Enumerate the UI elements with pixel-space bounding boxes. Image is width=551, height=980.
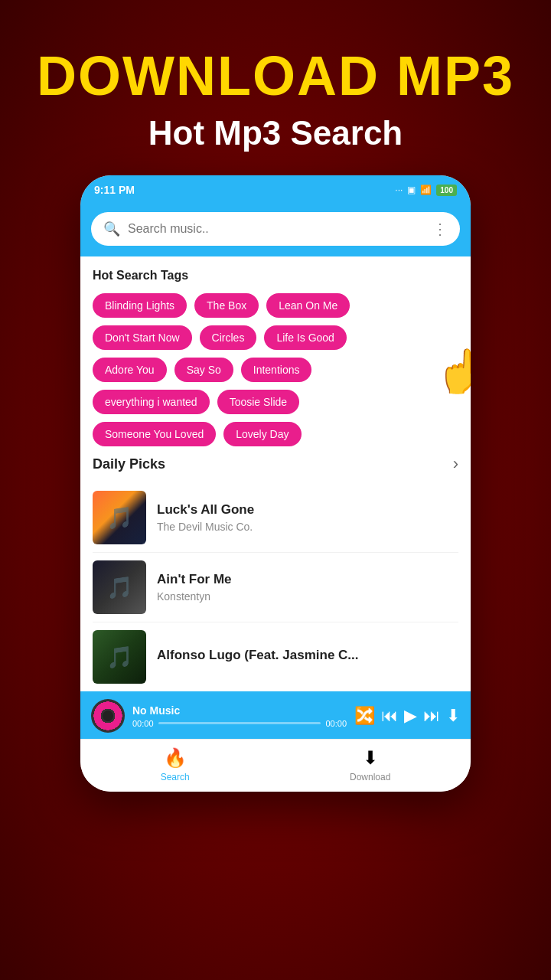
tag-row-4: everything i wanted Toosie Slide xyxy=(93,390,458,414)
song-item-2[interactable]: 🎵 Ain't For Me Konstentyn xyxy=(93,553,458,622)
search-area: 🔍 ⋮ xyxy=(80,204,471,256)
song-info-2: Ain't For Me Konstentyn xyxy=(157,572,458,603)
song-artist-1: The Devil Music Co. xyxy=(157,521,458,533)
song-item-1[interactable]: 🎵 Luck's All Gone The Devil Music Co. xyxy=(93,483,458,553)
player-time-bar: 00:00 00:00 xyxy=(132,719,347,728)
see-more-arrow-icon[interactable]: › xyxy=(453,454,458,474)
status-icons: ··· ▣ 📶 100 xyxy=(395,185,457,196)
player-time-end: 00:00 xyxy=(325,719,347,728)
shuffle-icon[interactable]: 🔀 xyxy=(354,706,375,726)
nav-download-label: Download xyxy=(350,772,390,782)
tag-dont-start-now[interactable]: Don't Start Now xyxy=(93,325,192,350)
song-title-3: Alfonso Lugo (Feat. Jasmine C... xyxy=(157,648,458,663)
player-controls: 🔀 ⏮ ▶ ⏭ ⬇ xyxy=(354,706,460,726)
prev-icon[interactable]: ⏮ xyxy=(381,706,398,726)
song-thumb-1: 🎵 xyxy=(93,491,146,544)
cursor-hand-icon: 👆 xyxy=(435,346,471,397)
search-bar-container[interactable]: 🔍 ⋮ xyxy=(91,212,460,246)
tag-toosie-slide[interactable]: Toosie Slide xyxy=(217,390,300,414)
status-bar: 9:11 PM ··· ▣ 📶 100 xyxy=(80,175,471,204)
wifi-icon: 📶 xyxy=(420,185,432,195)
player-info: No Music 00:00 00:00 xyxy=(132,704,347,728)
tag-row-3: Adore You Say So Intentions 👆 xyxy=(93,358,458,382)
tag-row-1: Blinding Lights The Box Lean On Me xyxy=(93,293,458,318)
bottom-nav: 🔥 Search ⬇ Download xyxy=(80,739,471,792)
player-song-name: No Music xyxy=(132,704,347,717)
dots-icon: ··· xyxy=(395,185,403,195)
play-icon[interactable]: ▶ xyxy=(404,706,417,726)
player-time-start: 00:00 xyxy=(132,719,154,728)
next-icon[interactable]: ⏭ xyxy=(423,706,440,726)
app-content: Hot Search Tags Blinding Lights The Box … xyxy=(80,256,471,691)
song-title-2: Ain't For Me xyxy=(157,572,458,587)
song-info-3: Alfonso Lugo (Feat. Jasmine C... xyxy=(157,648,458,666)
tag-everything-i-wanted[interactable]: everything i wanted xyxy=(93,390,210,414)
status-time: 9:11 PM xyxy=(94,184,135,196)
player-disc-icon xyxy=(91,699,125,733)
nav-search-icon: 🔥 xyxy=(164,747,187,769)
song-item-3[interactable]: 🎵 Alfonso Lugo (Feat. Jasmine C... xyxy=(93,622,458,691)
daily-picks-header: Daily Picks › xyxy=(93,454,458,474)
phone-mockup: 9:11 PM ··· ▣ 📶 100 🔍 ⋮ Hot Search Tags … xyxy=(80,175,471,792)
download-icon[interactable]: ⬇ xyxy=(446,706,460,726)
nav-download[interactable]: ⬇ Download xyxy=(350,747,390,782)
tag-circles[interactable]: Circles xyxy=(200,325,257,350)
player-disc-inner xyxy=(103,710,113,721)
tag-someone-you-loved[interactable]: Someone You Loved xyxy=(93,422,216,446)
nav-search[interactable]: 🔥 Search xyxy=(161,747,190,782)
tag-row-5: Someone You Loved Lovely Day xyxy=(93,422,458,446)
tag-the-box[interactable]: The Box xyxy=(194,293,259,318)
song-title-1: Luck's All Gone xyxy=(157,502,458,518)
tag-adore-you[interactable]: Adore You xyxy=(93,358,167,382)
bottom-player: No Music 00:00 00:00 🔀 ⏮ ▶ ⏭ ⬇ xyxy=(80,691,471,739)
app-subtitle: Hot Mp3 Search xyxy=(148,114,403,152)
search-input[interactable] xyxy=(128,222,425,236)
tag-say-so[interactable]: Say So xyxy=(174,358,233,382)
song-thumb-2: 🎵 xyxy=(93,560,146,614)
player-progress-bar[interactable] xyxy=(158,722,321,724)
tag-lovely-day[interactable]: Lovely Day xyxy=(223,422,301,446)
nav-download-icon: ⬇ xyxy=(363,747,378,769)
daily-picks-title: Daily Picks xyxy=(93,456,165,472)
search-icon: 🔍 xyxy=(103,220,120,237)
tag-row-2: Don't Start Now Circles Life Is Good xyxy=(93,325,458,350)
tag-blinding-lights[interactable]: Blinding Lights xyxy=(93,293,187,318)
tag-intentions[interactable]: Intentions xyxy=(241,358,312,382)
hot-search-title: Hot Search Tags xyxy=(93,269,458,283)
song-thumb-3: 🎵 xyxy=(93,630,146,684)
app-title: DOWNLOAD MP3 xyxy=(37,46,514,106)
battery-icon: 100 xyxy=(436,185,457,196)
screen-icon: ▣ xyxy=(407,185,416,195)
tag-life-is-good[interactable]: Life Is Good xyxy=(264,325,347,350)
tag-lean-on-me[interactable]: Lean On Me xyxy=(266,293,350,318)
nav-search-label: Search xyxy=(161,772,190,782)
more-options-icon[interactable]: ⋮ xyxy=(432,220,448,238)
song-info-1: Luck's All Gone The Devil Music Co. xyxy=(157,502,458,533)
song-artist-2: Konstentyn xyxy=(157,590,458,603)
